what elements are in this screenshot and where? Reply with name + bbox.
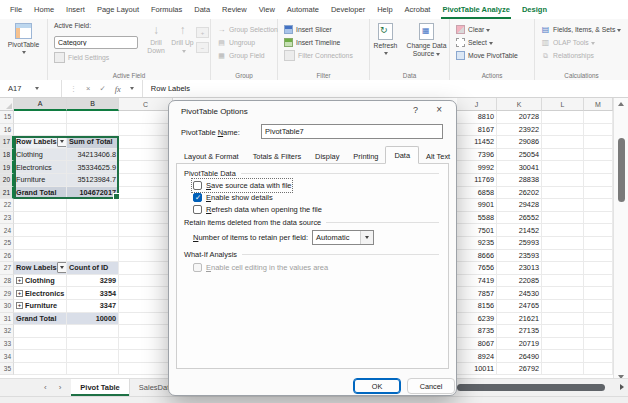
tab-acrobat[interactable]: Acrobat xyxy=(399,0,437,19)
cell-M29[interactable] xyxy=(584,287,613,300)
cell-L29[interactable] xyxy=(542,287,584,300)
cell-J19[interactable]: 9992 xyxy=(457,161,497,174)
cell-B23[interactable] xyxy=(67,212,119,225)
formula-content[interactable]: Row Labels xyxy=(143,84,190,93)
clear-button[interactable]: Clear xyxy=(450,23,534,36)
dialog-tab-alt-text[interactable]: Alt Text xyxy=(419,150,457,164)
cell-B21[interactable]: 104672017 xyxy=(67,187,119,200)
cell-J31[interactable]: 6239 xyxy=(457,313,497,326)
cell-K15[interactable]: 20728 xyxy=(497,111,542,124)
cell-C24[interactable] xyxy=(119,224,173,237)
row-labels-filter-button[interactable] xyxy=(57,136,67,147)
name-box[interactable]: A17 xyxy=(0,80,62,97)
cell-L25[interactable] xyxy=(542,237,584,250)
cell-M24[interactable] xyxy=(584,224,613,237)
cell-C29[interactable] xyxy=(119,287,173,300)
cell-K30[interactable]: 24765 xyxy=(497,300,542,313)
cell-L21[interactable] xyxy=(542,187,584,200)
cell-A19[interactable]: Electronics xyxy=(14,161,67,174)
cell-B34[interactable] xyxy=(67,350,119,363)
cell-A30[interactable]: Furniture xyxy=(14,300,67,313)
cell-B26[interactable] xyxy=(67,250,119,263)
select-all-button[interactable] xyxy=(0,98,14,111)
row-header-24[interactable]: 24 xyxy=(0,224,14,237)
cell-J22[interactable]: 9901 xyxy=(457,199,497,212)
dialog-tab-display[interactable]: Display xyxy=(308,150,346,164)
row-header-29[interactable]: 29 xyxy=(0,287,14,300)
cell-C28[interactable] xyxy=(119,275,173,288)
cell-B31[interactable]: 10000 xyxy=(67,313,119,326)
cell-B33[interactable] xyxy=(67,338,119,351)
row-header-17[interactable]: 17 xyxy=(0,136,14,149)
cell-J33[interactable]: 8067 xyxy=(457,338,497,351)
cell-B27[interactable]: Count of ID xyxy=(67,262,119,275)
fields-items-sets-button[interactable]: Fields, Items, & Sets xyxy=(535,23,628,36)
vertical-scrollbar[interactable] xyxy=(613,98,628,383)
insert-timeline-button[interactable]: Insert Timeline xyxy=(278,36,369,49)
dialog-tab-totals-filters[interactable]: Totals & Filters xyxy=(246,150,308,164)
cell-K35[interactable]: 26792 xyxy=(497,363,542,376)
cell-L18[interactable] xyxy=(542,149,584,162)
enable-show-details-checkbox[interactable]: Enable show details xyxy=(193,192,273,203)
cell-C32[interactable] xyxy=(119,325,173,338)
row-header-33[interactable]: 33 xyxy=(0,338,14,351)
cell-L27[interactable] xyxy=(542,262,584,275)
cell-J21[interactable]: 6858 xyxy=(457,187,497,200)
cell-M25[interactable] xyxy=(584,237,613,250)
row-header-15[interactable]: 15 xyxy=(0,111,14,124)
column-header-M[interactable]: M xyxy=(584,98,613,111)
cell-B30[interactable]: 3347 xyxy=(67,300,119,313)
dialog-tab-data[interactable]: Data xyxy=(385,146,419,164)
filter-connections-button[interactable]: Filter Connections xyxy=(278,49,369,62)
cell-L33[interactable] xyxy=(542,338,584,351)
column-header-C[interactable]: C xyxy=(119,98,173,111)
dialog-tab-printing[interactable]: Printing xyxy=(346,150,385,164)
cell-M32[interactable] xyxy=(584,325,613,338)
cell-B19[interactable]: 35334625.9 xyxy=(67,161,119,174)
cell-B35[interactable] xyxy=(67,363,119,376)
cell-C21[interactable] xyxy=(119,187,173,200)
refresh-data-checkbox[interactable]: Refresh data when opening the file xyxy=(193,204,322,215)
cell-M31[interactable] xyxy=(584,313,613,326)
cell-B17[interactable]: Sum of Total xyxy=(67,136,119,149)
expand-item-button[interactable] xyxy=(16,277,23,284)
cell-J26[interactable]: 8666 xyxy=(457,250,497,263)
tab-file[interactable]: File xyxy=(4,0,28,19)
cell-K25[interactable]: 25993 xyxy=(497,237,542,250)
cell-M18[interactable] xyxy=(584,149,613,162)
row-header-35[interactable]: 35 xyxy=(0,363,14,376)
cell-A20[interactable]: Furniture xyxy=(14,174,67,187)
vertical-scroll-thumb[interactable] xyxy=(618,138,625,202)
cell-K34[interactable]: 26490 xyxy=(497,350,542,363)
cell-C22[interactable] xyxy=(119,199,173,212)
cell-L23[interactable] xyxy=(542,212,584,225)
dialog-close-icon[interactable]: × xyxy=(436,104,442,115)
cell-B29[interactable]: 3354 xyxy=(67,287,119,300)
row-header-21[interactable]: 21 xyxy=(0,187,14,200)
cell-B15[interactable] xyxy=(67,111,119,124)
cell-A33[interactable] xyxy=(14,338,67,351)
cell-K16[interactable]: 23922 xyxy=(497,124,542,137)
cell-C35[interactable] xyxy=(119,363,173,376)
cell-J17[interactable]: 11452 xyxy=(457,136,497,149)
cell-K32[interactable]: 27135 xyxy=(497,325,542,338)
cell-J35[interactable]: 10011 xyxy=(457,363,497,376)
cell-A15[interactable] xyxy=(14,111,67,124)
cell-M26[interactable] xyxy=(584,250,613,263)
cell-K23[interactable]: 26552 xyxy=(497,212,542,225)
cell-M23[interactable] xyxy=(584,212,613,225)
cell-J16[interactable]: 8167 xyxy=(457,124,497,137)
cell-J32[interactable]: 8735 xyxy=(457,325,497,338)
group-field-button[interactable]: Group Field xyxy=(211,49,277,62)
cell-L30[interactable] xyxy=(542,300,584,313)
cell-K18[interactable]: 25054 xyxy=(497,149,542,162)
cell-M35[interactable] xyxy=(584,363,613,376)
select-button[interactable]: Select xyxy=(450,36,534,49)
cell-A25[interactable] xyxy=(14,237,67,250)
cell-C20[interactable] xyxy=(119,174,173,187)
tab-page-layout[interactable]: Page Layout xyxy=(91,0,145,19)
row-header-22[interactable]: 22 xyxy=(0,199,14,212)
cell-B20[interactable]: 35123984.7 xyxy=(67,174,119,187)
cell-C30[interactable] xyxy=(119,300,173,313)
insert-function-icon[interactable]: fx xyxy=(115,84,121,94)
